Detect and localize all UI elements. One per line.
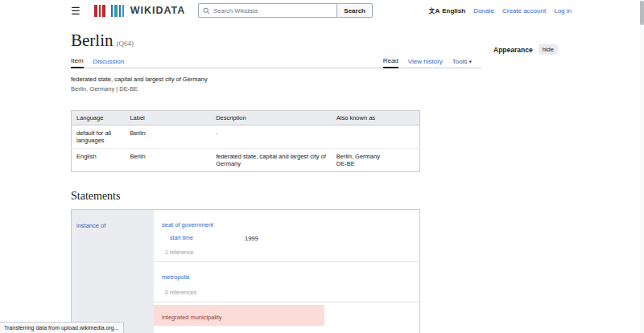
qualifier-row: start time 1999 [170, 235, 411, 242]
wikidata-logo-bars-icon [94, 5, 126, 17]
wikidata-logo[interactable]: WIKIDATA [94, 5, 186, 17]
col-header-language: Language [72, 111, 126, 125]
claims-column: seat of government start time 1999 1 ref… [154, 210, 419, 333]
hamburger-menu-icon[interactable]: ☰ [71, 6, 80, 16]
chevron-down-icon: ▾ [469, 59, 472, 64]
cell-description: federated state, capital and largest cit… [211, 149, 332, 172]
cell-description: - [211, 125, 332, 149]
tools-menu[interactable]: Tools▾ [452, 56, 472, 68]
language-label: English [442, 7, 465, 14]
claim-value-link[interactable]: metropolis [162, 273, 190, 281]
appearance-hide-button[interactable]: hide [539, 44, 558, 55]
search-box [198, 3, 336, 18]
browser-viewport: ☰ WIKIDATA Search 文A English Donate Crea… [0, 0, 644, 333]
wikidata-logo-text: WIKIDATA [130, 5, 186, 16]
log-in-link[interactable]: Log in [554, 7, 572, 14]
highlight-band: integrated municipality [154, 305, 324, 326]
vertical-scrollbar[interactable] [640, 0, 644, 333]
property-column: instance of [72, 210, 154, 333]
cell-label: Berlin [125, 125, 211, 149]
tab-view-history[interactable]: View history [408, 56, 443, 68]
site-header: ☰ WIKIDATA Search 文A English Donate Crea… [0, 0, 644, 21]
cell-language: default for all languages [72, 125, 126, 149]
statement-claim-highlighted: integrated municipality 1 reference [154, 302, 419, 333]
language-selector[interactable]: 文A English [428, 6, 465, 15]
table-row: English Berlin federated state, capital … [72, 149, 420, 172]
main-content: Berlin(Q64) Item Discussion Read View hi… [0, 31, 644, 333]
search-input[interactable] [213, 7, 332, 14]
search-icon [203, 7, 210, 14]
tab-item[interactable]: Item [71, 56, 84, 68]
appearance-label: Appearance [493, 46, 533, 54]
cell-aka: Berlin, Germany DE-BE [332, 149, 420, 172]
statement-group: instance of seat of government start tim… [71, 209, 420, 333]
header-user-links: 文A English Donate Create account Log in [428, 6, 572, 15]
references-toggle[interactable]: 0 references [165, 290, 411, 295]
page-tabs: Item Discussion Read View history Tools▾ [71, 56, 481, 68]
claim-value-link[interactable]: integrated municipality [162, 314, 222, 321]
cell-label: Berlin [125, 149, 211, 172]
property-link-instance-of[interactable]: instance of [76, 222, 105, 229]
tab-read[interactable]: Read [383, 56, 398, 68]
title-row: Berlin(Q64) [71, 31, 644, 51]
language-icon: 文A [428, 6, 440, 15]
cell-language: English [72, 149, 126, 172]
entity-aliases: Berlin, Germany | DE-BE [71, 85, 644, 92]
references-toggle[interactable]: 1 reference [165, 249, 411, 255]
donate-link[interactable]: Donate [473, 7, 494, 14]
qualifier-property-link[interactable]: start time [170, 235, 245, 242]
col-header-description: Description [211, 111, 332, 125]
statements-heading: Statements [71, 190, 644, 203]
tab-discussion[interactable]: Discussion [93, 56, 125, 68]
col-header-also-known-as: Also known as [332, 111, 420, 125]
statement-claim: metropolis 0 references [154, 262, 419, 302]
terms-table: Language Label Description Also known as… [71, 110, 420, 172]
entity-id: (Q64) [117, 39, 134, 47]
entity-description: federated state, capital and largest cit… [71, 76, 644, 83]
table-row: default for all languages Berlin - [72, 125, 420, 149]
scrollbar-thumb[interactable] [640, 1, 644, 25]
col-header-label: Label [125, 111, 211, 125]
search-bar: Search [198, 3, 373, 18]
create-account-link[interactable]: Create account [502, 7, 546, 14]
search-button[interactable]: Search [336, 3, 373, 18]
cell-aka [332, 125, 420, 149]
qualifier-value: 1999 [245, 235, 258, 242]
terms-table-header-row: Language Label Description Also known as [72, 111, 420, 125]
statement-claim: seat of government start time 1999 1 ref… [154, 210, 419, 262]
appearance-panel: Appearance hide [493, 44, 558, 55]
page-title: Berlin [71, 31, 114, 50]
browser-status-bar: Transferring data from upload.wikimedia.… [0, 322, 124, 333]
claim-value-link[interactable]: seat of government [162, 221, 213, 228]
